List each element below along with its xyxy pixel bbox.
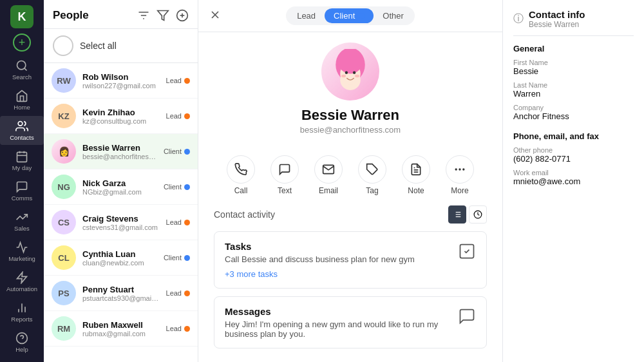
more-button[interactable]: More bbox=[446, 155, 474, 195]
svg-point-1 bbox=[18, 122, 23, 126]
messages-card-icon bbox=[458, 307, 476, 329]
badge-dot bbox=[184, 78, 190, 84]
call-button[interactable]: Call bbox=[227, 155, 255, 195]
person-name: Kevin Zhihao bbox=[82, 108, 160, 117]
people-panel: People Select all RW Rob Wilson rwilson2… bbox=[44, 0, 198, 362]
first-name-field: First Name Bessie bbox=[513, 59, 634, 76]
badge-dot bbox=[184, 149, 190, 155]
close-button[interactable] bbox=[209, 8, 222, 23]
list-item[interactable]: CL Cynthia Luan cluan@newbiz.com Client bbox=[44, 240, 198, 276]
note-button[interactable]: Note bbox=[402, 155, 430, 195]
general-section-title: General bbox=[513, 44, 634, 53]
tasks-card-header: Tasks Call Bessie and discuss business p… bbox=[225, 241, 476, 279]
badge-label: Client bbox=[164, 254, 182, 262]
list-item[interactable]: CS Craig Stevens cstevens31@gmail.com Le… bbox=[44, 205, 198, 240]
person-email: kz@consultbug.com bbox=[82, 117, 160, 125]
nav-item-sales[interactable]: Sales bbox=[0, 207, 44, 236]
badge-dot bbox=[184, 113, 190, 119]
add-person-icon[interactable] bbox=[176, 9, 189, 22]
right-panel: ⓘ Contact info Bessie Warren General Fir… bbox=[502, 0, 644, 362]
activity-view-toggle bbox=[448, 205, 487, 224]
add-button[interactable]: + bbox=[13, 33, 31, 52]
tasks-more-link[interactable]: +3 more tasks bbox=[225, 269, 415, 279]
email-icon bbox=[314, 155, 343, 184]
person-info: Rob Wilson rwilson227@gmail.com bbox=[82, 72, 160, 90]
main-topbar: Lead Client Other bbox=[198, 0, 502, 32]
person-badge: Client bbox=[164, 254, 190, 262]
list-view-button[interactable] bbox=[448, 205, 466, 224]
toggle-other[interactable]: Other bbox=[374, 8, 413, 23]
person-badge: Lead bbox=[166, 112, 190, 120]
people-title: People bbox=[53, 9, 89, 22]
list-item[interactable]: RM Ruben Maxwell rubmax@gmail.com Lead bbox=[44, 311, 198, 347]
svg-point-29 bbox=[459, 169, 460, 170]
badge-dot bbox=[184, 184, 190, 190]
svg-marker-12 bbox=[158, 11, 169, 21]
nav-label-help: Help bbox=[15, 346, 28, 353]
last-name-label: Last Name bbox=[513, 81, 634, 89]
nav-item-contacts[interactable]: Contacts bbox=[0, 116, 44, 145]
person-name: Bessie Warren bbox=[82, 143, 157, 153]
person-info: Bessie Warren bessie@anchorfitness.com bbox=[82, 143, 157, 160]
list-item[interactable]: PS Penny Stuart pstuartcats930@gmail.com… bbox=[44, 276, 198, 311]
svg-point-23 bbox=[353, 71, 355, 74]
filter-icon[interactable] bbox=[156, 9, 169, 22]
tasks-card-desc: Call Bessie and discuss business plan fo… bbox=[225, 254, 415, 264]
note-label: Note bbox=[408, 186, 424, 195]
toggle-lead[interactable]: Lead bbox=[288, 8, 325, 23]
nav-label-home: Home bbox=[14, 104, 30, 111]
first-name-value: Bessie bbox=[513, 66, 634, 76]
nav-label-automation: Automation bbox=[6, 285, 37, 292]
timeline-view-button[interactable] bbox=[469, 205, 487, 224]
phone-section-title: Phone, email, and fax bbox=[513, 131, 634, 141]
badge-dot bbox=[184, 326, 190, 332]
select-all-checkbox[interactable] bbox=[53, 35, 73, 56]
list-item[interactable]: NG Nick Garza NGbiz@gmail.com Client bbox=[44, 169, 198, 205]
list-item[interactable]: 👩 Bessie Warren bessie@anchorfitness.com… bbox=[44, 134, 198, 169]
avatar: NG bbox=[52, 175, 76, 199]
sort-icon[interactable] bbox=[137, 9, 150, 22]
toggle-client[interactable]: Client bbox=[325, 8, 374, 23]
contact-avatar bbox=[321, 43, 379, 100]
nav-item-reports[interactable]: Reports bbox=[0, 298, 44, 327]
avatar: RM bbox=[52, 316, 76, 341]
list-item[interactable]: KZ Kevin Zhihao kz@consultbug.com Lead bbox=[44, 99, 198, 134]
nav-item-search[interactable]: Search bbox=[0, 55, 44, 84]
contact-name: Bessie Warren bbox=[214, 107, 487, 124]
right-panel-subtitle: Bessie Warren bbox=[529, 20, 585, 29]
badge-label: Lead bbox=[166, 77, 182, 84]
nav-item-myday[interactable]: My day bbox=[0, 146, 44, 175]
svg-point-25 bbox=[355, 75, 359, 77]
badge-dot bbox=[184, 220, 190, 225]
badge-label: Lead bbox=[166, 218, 182, 226]
person-email: rubmax@gmail.com bbox=[82, 330, 160, 338]
email-button[interactable]: Email bbox=[314, 155, 343, 195]
avatar: CL bbox=[52, 245, 76, 270]
activity-section: Contact activity Tasks Call Bessie and d… bbox=[214, 205, 487, 348]
tasks-card-icon bbox=[458, 242, 476, 264]
messages-card-desc: Hey Jim! I'm opening a new gym and would… bbox=[225, 319, 458, 339]
info-section-phone: Phone, email, and fax Other phone (602) … bbox=[513, 131, 634, 186]
work-email-value: mnieto@awe.com bbox=[513, 176, 634, 186]
right-panel-title: Contact info bbox=[529, 9, 585, 20]
tag-button[interactable]: Tag bbox=[358, 155, 386, 195]
nav-item-marketing[interactable]: Marketing bbox=[0, 237, 44, 266]
badge-dot bbox=[184, 255, 190, 261]
client-dot bbox=[359, 13, 365, 19]
list-item[interactable]: RW Rob Wilson rwilson227@gmail.com Lead bbox=[44, 63, 198, 99]
people-header: People bbox=[44, 0, 198, 29]
text-icon bbox=[270, 155, 299, 184]
select-all-row[interactable]: Select all bbox=[44, 29, 198, 63]
info-section-general: General First Name Bessie Last Name Warr… bbox=[513, 44, 634, 121]
nav-item-home[interactable]: Home bbox=[0, 86, 44, 115]
svg-point-22 bbox=[345, 71, 348, 74]
person-info: Kevin Zhihao kz@consultbug.com bbox=[82, 108, 160, 125]
first-name-label: First Name bbox=[513, 59, 634, 66]
nav-label-marketing: Marketing bbox=[8, 255, 35, 262]
avatar: RW bbox=[52, 68, 76, 93]
nav-item-help[interactable]: Help bbox=[0, 328, 44, 357]
nav-item-comms[interactable]: Comms bbox=[0, 176, 44, 205]
text-button[interactable]: Text bbox=[270, 155, 299, 195]
nav-item-automation[interactable]: Automation bbox=[0, 267, 44, 296]
nav-label-reports: Reports bbox=[11, 316, 32, 323]
